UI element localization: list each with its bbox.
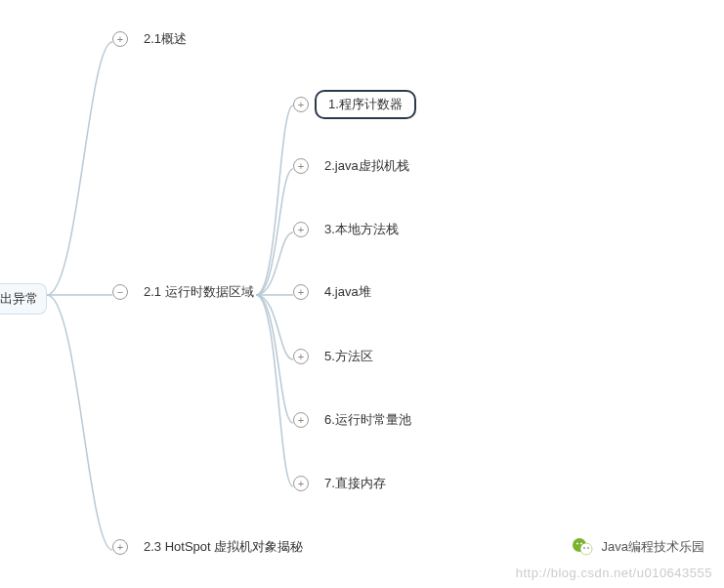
node-label: 7.直接内存 — [315, 471, 396, 496]
node-label: 2.1 运行时数据区域 — [134, 279, 264, 305]
expand-icon[interactable]: + — [293, 476, 309, 491]
node-direct-memory[interactable]: + 7.直接内存 — [293, 471, 396, 496]
node-native-method-stack[interactable]: + 3.本地方法栈 — [293, 217, 408, 242]
mindmap-canvas: 出异常 + 2.1概述 − 2.1 运行时数据区域 + 2.3 HotSpot … — [0, 0, 724, 588]
expand-icon[interactable]: + — [112, 31, 128, 47]
expand-icon[interactable]: + — [293, 97, 309, 112]
node-label: 6.运行时常量池 — [315, 407, 421, 433]
expand-icon[interactable]: + — [293, 412, 309, 428]
expand-icon[interactable]: + — [293, 158, 309, 174]
watermark-text: http://blog.csdn.net/u010643555 — [516, 566, 712, 580]
wechat-badge: Java编程技术乐园 — [571, 535, 704, 559]
node-label: 3.本地方法栈 — [315, 217, 408, 242]
node-method-area[interactable]: + 5.方法区 — [293, 344, 383, 369]
collapse-icon[interactable]: − — [112, 284, 128, 300]
node-2-1-runtime-data-area[interactable]: − 2.1 运行时数据区域 — [112, 279, 264, 305]
node-label: 4.java堆 — [315, 279, 381, 305]
node-java-vm-stack[interactable]: + 2.java虚拟机栈 — [293, 153, 419, 179]
root-label: 出异常 — [0, 283, 47, 315]
expand-icon[interactable]: + — [293, 349, 309, 364]
node-2-1-overview[interactable]: + 2.1概述 — [112, 26, 196, 52]
node-java-heap[interactable]: + 4.java堆 — [293, 279, 381, 305]
expand-icon[interactable]: + — [293, 284, 309, 300]
svg-point-3 — [580, 543, 582, 545]
svg-point-2 — [576, 543, 578, 545]
svg-point-1 — [580, 543, 592, 555]
svg-point-4 — [583, 547, 585, 549]
root-node[interactable]: 出异常 — [0, 283, 47, 315]
node-program-counter[interactable]: + 1.程序计数器 — [293, 90, 416, 119]
node-label: 2.java虚拟机栈 — [315, 153, 419, 179]
node-label: 1.程序计数器 — [315, 90, 416, 119]
expand-icon[interactable]: + — [112, 539, 128, 555]
wechat-icon — [571, 535, 594, 559]
node-runtime-constant-pool[interactable]: + 6.运行时常量池 — [293, 407, 421, 433]
node-label: 5.方法区 — [315, 344, 383, 369]
node-2-3-hotspot[interactable]: + 2.3 HotSpot 虚拟机对象揭秘 — [112, 534, 313, 560]
svg-point-5 — [587, 547, 589, 549]
wechat-label: Java编程技术乐园 — [602, 538, 704, 556]
node-label: 2.3 HotSpot 虚拟机对象揭秘 — [134, 534, 313, 560]
expand-icon[interactable]: + — [293, 222, 309, 237]
node-label: 2.1概述 — [134, 26, 196, 52]
